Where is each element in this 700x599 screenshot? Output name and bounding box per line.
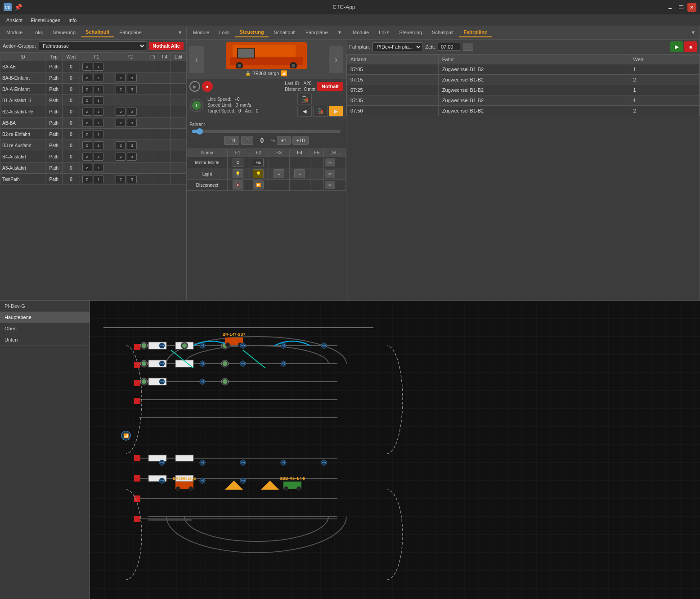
fn-f1-disconnect[interactable]: 🔇 [228,180,248,191]
fn-icon-light-f4[interactable]: ≡ [294,169,305,178]
fn-icon-disconnect-f2[interactable]: ⏩ [253,180,264,189]
tab-schaltpult-right[interactable]: Schaltpult [427,28,458,37]
icon-cell[interactable]: ⊘1 [80,151,113,162]
icon-cell[interactable] [159,162,171,174]
dots-button[interactable]: ··· [463,43,473,51]
fn-f2-disconnect[interactable]: ⏩ [248,180,269,191]
icon-cell[interactable]: 23 [113,140,147,151]
cell-icon[interactable]: 1 [94,130,103,138]
icon-cell[interactable] [147,174,159,185]
icon-cell[interactable] [159,151,171,162]
icon-cell[interactable] [147,129,159,140]
cell-icon[interactable]: ⊘ [82,175,92,183]
icon-cell[interactable] [159,84,171,95]
fn-f2-motormode[interactable]: PID [248,157,269,168]
cell-icon[interactable]: 1 [94,153,103,161]
action-group-select[interactable]: Fahrstrasse [39,41,146,50]
tab-dropdown-mid[interactable]: ▼ [335,28,344,37]
cell-icon[interactable]: ⊘ [82,85,92,93]
icon-cell[interactable]: ⊘1 [80,95,113,106]
minimize-button[interactable]: 🗕 [666,3,675,12]
tab-loks-right[interactable]: Loks [374,28,394,37]
cell-icon[interactable]: ⊘ [82,96,92,104]
row-edit[interactable] [171,140,186,151]
tab-dropdown-left[interactable]: ▼ [175,28,184,37]
speed-plus1[interactable]: +1 [277,136,291,145]
icon-cell[interactable]: ⊘1 [80,61,113,72]
tab-fahrplane-right[interactable]: Fahrpläne [459,27,492,37]
icon-cell[interactable]: ⊘1 [80,140,113,151]
sidebar-item-pidevg[interactable]: PI-Dev-G [0,301,90,312]
menu-info[interactable]: Info [65,17,80,24]
cell-icon[interactable]: 1 [94,141,103,149]
tab-steuerung-right[interactable]: Steuerung [395,28,426,37]
icon-cell[interactable] [147,72,159,84]
icon-cell[interactable] [147,162,159,174]
fn-f3-light[interactable]: ≡ [269,168,289,180]
row-edit[interactable] [171,95,186,106]
menu-einstellungen[interactable]: Einstellungen [27,17,64,24]
fn-icon-light-f3[interactable]: ≡ [274,169,284,178]
row-edit[interactable] [171,129,186,140]
icon-cell[interactable] [147,84,159,95]
speed-slider-thumb[interactable] [197,128,203,135]
fn-det-disconnect[interactable]: ✏ [324,180,346,191]
icon-cell[interactable] [113,95,147,106]
icon-cell[interactable]: 23 [113,117,147,129]
fn-f2-light[interactable]: 💡 [248,168,269,180]
cell-icon[interactable]: 1 [94,74,103,82]
cell-icon[interactable]: 3 [127,153,137,161]
cell-icon[interactable]: 3 [127,85,137,93]
tab-module-right[interactable]: Module [348,28,373,37]
icon-cell[interactable] [147,140,159,151]
cell-icon[interactable]: 3 [127,119,137,127]
fahrplan-stop-button[interactable]: ■ [684,41,697,52]
tab-dropdown-right[interactable]: ▼ [689,28,698,37]
cell-icon[interactable]: 2 [116,108,126,116]
row-edit[interactable] [171,162,186,174]
edit-light-icon[interactable]: ✏ [325,170,335,178]
sidebar-item-oben[interactable]: Oben [0,323,90,334]
speed-slider-track[interactable] [192,130,341,133]
row-edit[interactable] [171,117,186,129]
row-edit[interactable] [171,151,186,162]
icon-cell[interactable] [159,106,171,117]
fahrplan-play-button[interactable]: ▶ [670,41,683,52]
icon-cell[interactable] [159,117,171,129]
cell-icon[interactable]: 1 [94,119,103,127]
icon-cell[interactable]: ⊘1 [80,129,113,140]
edit-disconnect-icon[interactable]: ✏ [325,181,335,189]
icon-cell[interactable]: 23 [113,84,147,95]
tab-steuerung-left[interactable]: Steuerung [48,28,80,37]
tab-fahrplane-left[interactable]: Fahrpläne [115,28,146,37]
icon-cell[interactable]: ⊘1 [80,72,113,84]
cell-icon[interactable]: 2 [116,141,126,149]
row-edit[interactable] [171,84,186,95]
tab-schaltpult-left[interactable]: Schaltpult [81,27,114,37]
cell-icon[interactable]: 3 [127,175,137,183]
stop-button[interactable]: ■ [202,81,213,92]
play-button[interactable]: ▶ [189,81,200,92]
cell-icon[interactable]: 1 [94,108,103,116]
fn-icon-light-f1[interactable]: 💡 [233,169,243,178]
fn-f4-light[interactable]: ≡ [289,168,310,180]
loco-prev-button[interactable]: ‹ [189,46,204,73]
fn-det-motormode[interactable]: ✏ [324,157,346,168]
fn-icon-motormode-f2[interactable]: PID [253,158,264,167]
speed-plus10[interactable]: +10 [292,136,309,145]
fn-f1-light[interactable]: 💡 [228,168,248,180]
icon-cell[interactable]: 23 [113,106,147,117]
cell-icon[interactable]: ⊘ [82,130,92,138]
icon-cell[interactable]: 23 [113,72,147,84]
track-canvas[interactable] [90,301,700,599]
icon-cell[interactable]: ⊘1 [80,174,113,185]
cell-icon[interactable]: ⊘ [82,108,92,116]
icon-cell[interactable] [159,61,171,72]
left-arrow-icon[interactable]: ◀ [297,106,312,117]
tab-loks-mid[interactable]: Loks [215,28,234,37]
cell-icon[interactable]: 3 [127,74,137,82]
icon-cell[interactable] [159,72,171,84]
icon-cell[interactable] [147,61,159,72]
row-edit[interactable] [171,174,186,185]
cell-icon[interactable]: ⊘ [82,74,92,82]
